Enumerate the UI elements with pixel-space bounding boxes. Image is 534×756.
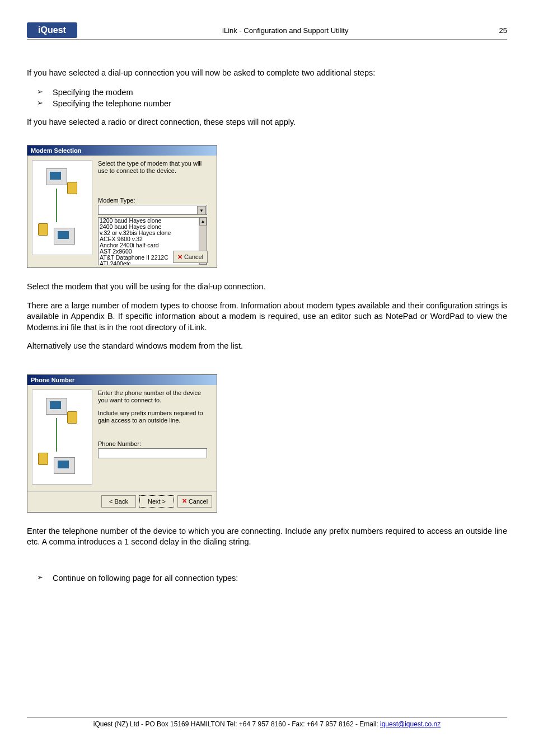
button-label: Cancel	[189, 498, 208, 505]
footer-text: iQuest (NZ) Ltd - PO Box 15169 HAMILTON …	[93, 720, 380, 728]
phone-number-label: Phone Number:	[98, 440, 212, 447]
phone-icon	[67, 411, 77, 424]
dialog-instruction-2: Include any prefix numbers required to g…	[98, 410, 212, 424]
dialog-instruction: Select the type of modem that you will u…	[98, 160, 212, 175]
phone-number-input[interactable]	[98, 448, 207, 458]
dialog-title: Modem Selection	[27, 145, 217, 156]
back-button[interactable]: < Back	[101, 495, 136, 508]
close-icon: ✕	[182, 497, 187, 505]
modem-type-label: Modem Type:	[98, 197, 212, 204]
phone-icon	[67, 182, 77, 194]
phone-icon	[38, 453, 48, 465]
page-number: 25	[488, 26, 507, 35]
connection-arrow-icon	[56, 418, 57, 452]
list-item: Specifying the modem	[37, 87, 507, 98]
paragraph: Enter the telephone number of the device…	[27, 526, 507, 548]
page-header: iQuest iLink - Configuration and Support…	[27, 22, 507, 40]
intro-bullet-list: Specifying the modem Specifying the tele…	[37, 87, 507, 110]
cancel-button[interactable]: ✕ Cancel	[177, 495, 212, 508]
button-label: Next >	[148, 498, 166, 505]
laptop-icon	[54, 228, 75, 245]
wizard-image-panel	[32, 160, 92, 255]
footer-email-link[interactable]: iquest@iquest.co.nz	[380, 720, 441, 728]
continue-bullet-list: Continue on following page for all conne…	[37, 572, 507, 584]
connection-arrow-icon	[56, 189, 57, 222]
intro-text-2: If you have selected a radio or direct c…	[27, 117, 507, 128]
close-icon: ✕	[177, 253, 182, 261]
logo: iQuest	[27, 22, 77, 38]
paragraph: There are a large number of modem types …	[27, 300, 507, 334]
modem-selection-dialog: Modem Selection Select the type of modem…	[27, 145, 217, 268]
next-button[interactable]: Next >	[139, 495, 174, 508]
list-item: Specifying the telephone number	[37, 98, 507, 109]
phone-icon	[38, 223, 48, 236]
intro-text: If you have selected a dial-up connectio…	[27, 68, 507, 79]
phone-number-dialog: Phone Number Enter the phone number of t…	[27, 374, 217, 513]
dialog-instruction: Enter the phone number of the device you…	[98, 389, 212, 404]
modem-type-combobox[interactable]	[98, 205, 207, 215]
page-footer: iQuest (NZ) Ltd - PO Box 15169 HAMILTON …	[27, 717, 507, 728]
dialog-title: Phone Number	[27, 375, 217, 385]
paragraph: Select the modem that you will be using …	[27, 281, 507, 293]
header-title: iLink - Configuration and Support Utilit…	[83, 26, 488, 35]
laptop-icon	[54, 457, 75, 474]
button-label: < Back	[109, 498, 128, 505]
computer-icon	[46, 168, 67, 185]
wizard-image-panel	[32, 389, 92, 485]
button-label: Cancel	[184, 253, 203, 260]
paragraph: Alternatively use the standard windows m…	[27, 341, 507, 352]
list-item: Continue on following page for all conne…	[37, 572, 507, 584]
cancel-button[interactable]: ✕ Cancel	[173, 251, 208, 263]
computer-icon	[46, 398, 67, 415]
